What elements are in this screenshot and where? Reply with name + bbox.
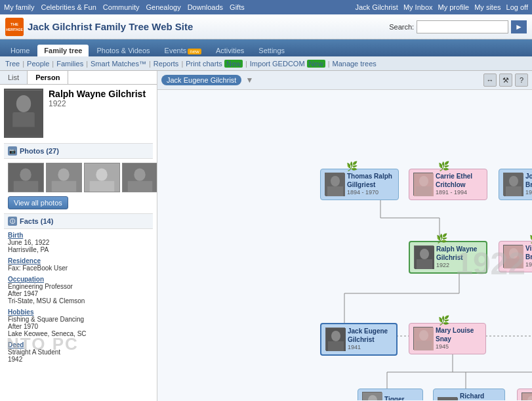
fact-hobbies: Hobbies Fishing & Square DancingAfter 19… [8,308,149,337]
photo-thumb-2[interactable] [46,163,82,192]
tab-person[interactable]: Person [28,71,68,84]
svg-rect-54 [417,259,432,269]
photo-thumb-1[interactable] [8,163,44,192]
nav-genealogy[interactable]: Genealogy [146,3,180,11]
leaf-thomas: 🌿 [346,161,358,171]
fact-deed-label[interactable]: Deed [8,341,149,348]
nav-inbox[interactable]: My Inbox [403,3,433,11]
person-header: Ralph Wayne Gilchrist 1922 [4,89,153,138]
card-photo-jack [325,327,345,350]
fact-birth-label[interactable]: Birth [8,232,149,239]
card-virginia[interactable]: Virginia Jean Brock 1924 - 1998 [499,241,532,272]
fact-residence: Residence Fax: FaceBook User [8,257,149,272]
tree-help-icon[interactable]: ? [515,74,528,87]
card-photo-sherri [522,392,532,400]
card-photo-mary [413,327,433,350]
nav-community[interactable]: Community [103,3,140,11]
svg-point-44 [419,176,428,186]
subnav-tree[interactable]: Tree [5,60,20,68]
nav-logoff[interactable]: Log off [506,3,528,11]
photo-thumb-3[interactable] [84,163,120,192]
fact-residence-label[interactable]: Residence [8,257,149,264]
subnav-manage-trees[interactable]: Manage trees [332,60,376,68]
nav-downloads[interactable]: Downloads [188,3,223,11]
subnav-import-gedcom[interactable]: Import GEDCOM New [250,60,325,68]
tree-current-person-badge[interactable]: Jack Eugene Gilchrist [161,75,241,85]
tab-family-tree[interactable]: Family tree [37,45,89,56]
svg-rect-6 [5,127,42,137]
import-gedcom-badge: New [307,60,325,68]
nav-my-sites[interactable]: My sites [474,3,501,11]
card-tigger[interactable]: Tigger Gilchrist [358,389,423,400]
tree-resize-icon[interactable]: ↔ [483,74,497,87]
svg-rect-42 [327,186,343,196]
nav-gifts[interactable]: Gifts [230,3,245,11]
search-button[interactable]: ► [511,20,527,33]
card-text-jack: Jack Eugene Gilchrist 1941 [348,327,392,352]
top-nav: My family Celebrities & Fun Community Ge… [0,0,532,14]
subnav-people[interactable]: People [27,60,49,68]
photos-icon: 📷 [8,146,17,156]
svg-rect-15 [90,181,115,192]
card-thomas[interactable]: Thomas Ralph Gillgriest 1894 - 1970 [320,169,399,200]
tab-settings[interactable]: Settings [252,45,291,56]
card-photo-ralph [414,245,434,268]
nav-celebrities[interactable]: Celebrities & Fun [41,3,96,11]
svg-point-8 [20,169,31,181]
search-label: Search: [389,23,414,31]
tab-activities[interactable]: Activities [209,45,251,56]
tree-canvas: 🌿 🌿 🌿 🌿 🌿 Thomas Ralph Gillgriest 1894 -… [157,90,532,400]
nav-profile[interactable]: My profile [438,3,470,11]
photo-thumb-4[interactable] [122,163,157,192]
tree-toolbar-icons: ↔ ⚒ ? [483,74,528,87]
fact-hobbies-label[interactable]: Hobbies [8,308,149,316]
photos-strip [4,159,153,196]
view-all-photos-button[interactable]: View all photos [8,196,68,209]
svg-point-4 [16,95,31,112]
search-input[interactable] [417,20,508,33]
fact-occupation-label[interactable]: Occupation [8,276,149,283]
tab-list[interactable]: List [0,71,28,84]
logo-area: THE HERITAGE Jack Gilchrist Family Tree … [5,18,193,36]
svg-rect-12 [52,181,77,192]
tab-events[interactable]: Eventsnew [158,45,208,56]
svg-rect-70 [438,398,458,400]
card-photo-carrie [413,173,433,196]
site-title: Jack Gilchrist Family Tree Web Site [28,21,193,32]
svg-rect-0 [5,18,24,36]
tab-home[interactable]: Home [4,45,36,56]
top-nav-right: Jack Gilchrist My Inbox My profile My si… [355,3,528,11]
svg-rect-60 [328,341,344,351]
facts-icon: ⓘ [8,217,17,226]
search-area: Search: ► [389,20,527,33]
header-bar: THE HERITAGE Jack Gilchrist Family Tree … [0,14,532,39]
svg-rect-9 [14,181,39,192]
subnav-print-charts[interactable]: Print charts New [186,60,243,68]
leaf-ralph: 🌿 [436,233,447,243]
svg-point-59 [331,331,340,341]
print-charts-badge: New [224,60,243,68]
card-joseph[interactable]: Joseph Omar Brock 1902 - 1989 [499,169,532,200]
tree-tools-icon[interactable]: ⚒ [499,74,512,87]
fact-hobbies-value: Fishing & Square DancingAfter 1970Lake K… [8,316,149,337]
subnav-reports[interactable]: Reports [153,60,179,68]
leaf-carrie: 🌿 [438,161,449,171]
subnav-smart-matches[interactable]: Smart Matches™ [91,60,146,68]
subnav-families[interactable]: Families [56,60,83,68]
svg-rect-18 [128,181,153,192]
card-carrie[interactable]: Carrie Ethel Critchlow 1891 - 1994 [409,169,487,200]
main-content: List Person Ralph Wayne Gilchrist 1922 [0,71,532,401]
svg-rect-57 [506,259,522,268]
svg-rect-63 [416,341,432,350]
card-mary[interactable]: Mary Louise Snay 1945 [409,323,486,354]
tab-photos-videos[interactable]: Photos & Videos [90,45,156,56]
card-richard[interactable]: Richard Allen Loweke 1963 [433,389,505,400]
card-sherri[interactable]: Sherri Lynn Gilchrist 1966 [517,389,532,400]
card-text-thomas: Thomas Ralph Gillgriest 1894 - 1970 [347,172,394,197]
card-photo-tigger [362,392,382,400]
card-jack[interactable]: Jack Eugene Gilchrist 1941 [320,323,398,356]
heritage-logo: THE HERITAGE [5,18,24,36]
card-ralph[interactable]: Ralph Wayne Gilchrist 1922 [409,241,487,274]
nav-my-family[interactable]: My family [4,3,34,11]
left-panel: List Person Ralph Wayne Gilchrist 1922 [0,71,157,401]
